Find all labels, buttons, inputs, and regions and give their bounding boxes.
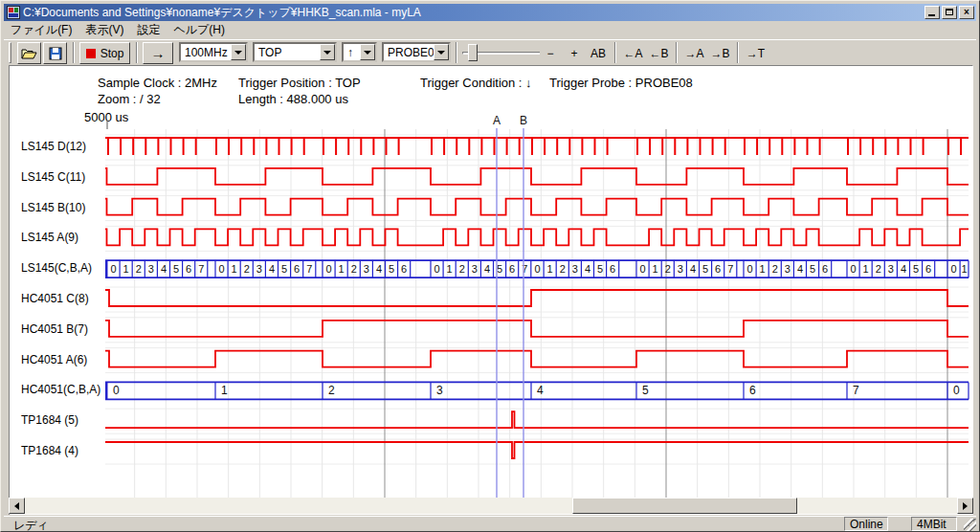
waveform-area[interactable]: 0123456701234567012345601234567012345601…	[10, 66, 972, 515]
bus-value: 3	[148, 263, 154, 275]
horizontal-scrollbar[interactable]	[9, 498, 973, 514]
slider-thumb[interactable]	[468, 44, 478, 61]
toolbar-separator	[73, 42, 75, 63]
toolbar: Stop → 100MHz TOP ↑ PROBE00 − + AB	[4, 39, 976, 66]
bus-value: 5	[702, 263, 708, 275]
bus-value: 7	[306, 263, 312, 275]
bus-value: 6	[925, 263, 931, 275]
ab-button[interactable]: AB	[586, 42, 611, 64]
status-bar: レディ Online 4MBit	[4, 516, 976, 531]
bus-value: 5	[810, 263, 815, 275]
combo-drop-button[interactable]	[320, 44, 335, 60]
arrow-right-icon	[963, 502, 968, 510]
chevron-down-icon	[234, 51, 242, 55]
stop-button[interactable]: Stop	[79, 42, 130, 64]
save-floppy-icon	[49, 47, 62, 60]
scroll-right-button[interactable]	[957, 498, 973, 514]
stop-icon	[86, 49, 96, 58]
trigger-position-select[interactable]: TOP	[253, 42, 337, 62]
bus-value: 1	[961, 263, 967, 275]
chevron-down-icon	[323, 51, 331, 55]
save-button[interactable]	[43, 42, 67, 64]
bus-value: 3	[785, 263, 791, 275]
toolbar-grip	[9, 42, 11, 63]
trigger-edge-select[interactable]: ↑	[342, 42, 377, 62]
bus-value: 1	[863, 263, 869, 275]
close-button[interactable]: ×	[959, 6, 974, 19]
bus-value: 1	[760, 263, 766, 275]
bus-value: 1	[232, 263, 237, 275]
bus-value: 1	[339, 263, 345, 275]
bus-value: 1	[447, 263, 453, 275]
goto-next-a-button[interactable]: →A	[681, 42, 707, 64]
bus-value: 0	[218, 263, 224, 275]
status-message: レディ	[8, 518, 55, 532]
bus-value: 0	[534, 263, 540, 275]
menu-settings[interactable]: 設定	[130, 20, 167, 40]
app-window: C:¥Documents and Settings¥noname¥デスクトップ¥…	[0, 0, 980, 532]
combo-drop-button[interactable]	[360, 44, 375, 60]
resize-grip[interactable]	[964, 519, 976, 531]
bus-value: 0	[434, 263, 439, 275]
goto-prev-a-button[interactable]: ←A	[620, 42, 646, 64]
bus-value: 4	[585, 263, 590, 275]
bus-value: 2	[876, 263, 881, 275]
bus-value: 3	[678, 263, 683, 275]
window-title: C:¥Documents and Settings¥noname¥デスクトップ¥…	[23, 5, 923, 21]
bus-value: 0	[110, 263, 116, 275]
bus-value: 0	[746, 263, 752, 275]
open-button[interactable]	[17, 42, 41, 64]
bus-value: 4	[269, 263, 275, 275]
maximize-button[interactable]	[942, 6, 957, 19]
toolbar-separator	[676, 42, 678, 63]
title-bar[interactable]: C:¥Documents and Settings¥noname¥デスクトップ¥…	[4, 4, 976, 21]
bus-value: 7	[727, 263, 733, 275]
run-button[interactable]: →	[143, 42, 173, 64]
menu-file[interactable]: ファイル(F)	[4, 20, 78, 40]
menu-view[interactable]: 表示(V)	[78, 20, 130, 40]
minimize-button[interactable]	[924, 6, 940, 19]
sample-clock-select[interactable]: 100MHz	[179, 42, 248, 62]
arrow-left-icon	[14, 502, 19, 510]
toolbar-separator	[614, 42, 616, 63]
chevron-down-icon	[437, 51, 445, 55]
bus-value: 3	[436, 384, 443, 397]
memory-status-badge: 4MBit	[911, 517, 957, 531]
bus-value: 4	[537, 384, 544, 397]
scrollbar-thumb[interactable]	[572, 498, 797, 514]
online-status-badge: Online	[844, 517, 888, 531]
bus-value: 6	[294, 263, 300, 275]
goto-next-b-button[interactable]: →B	[707, 42, 733, 64]
bus-value: 1	[653, 263, 658, 275]
probe-select[interactable]: PROBE00	[382, 42, 451, 62]
bus-value: 4	[901, 263, 906, 275]
menu-help[interactable]: ヘルプ(H)	[167, 20, 232, 40]
zoom-out-button[interactable]: −	[540, 42, 561, 64]
bus-value: 7	[522, 263, 527, 275]
bus-value: 6	[509, 263, 515, 275]
wave-ls145-a-9-	[105, 229, 969, 245]
wave-tp1684-4-	[105, 442, 969, 458]
goto-trigger-button[interactable]: →T	[743, 42, 768, 64]
waveform-view: Sample Clock : 2MHz Trigger Position : T…	[9, 65, 973, 515]
bus-value: 4	[484, 263, 490, 275]
zoom-in-button[interactable]: +	[564, 42, 585, 64]
bus-value: 3	[256, 263, 262, 275]
bus-value: 5	[497, 263, 502, 275]
bus-left-edge	[105, 382, 108, 399]
bus-value: 0	[639, 263, 645, 275]
bus-value: 5	[913, 263, 919, 275]
bus-value: 6	[715, 263, 721, 275]
bus-value: 2	[351, 263, 357, 275]
combo-drop-button[interactable]	[231, 44, 246, 60]
cursor-a-label: A	[493, 114, 501, 127]
combo-drop-button[interactable]	[434, 44, 449, 60]
bus-value: 2	[459, 263, 465, 275]
bus-value: 5	[642, 384, 649, 397]
app-icon	[7, 6, 20, 19]
scroll-left-button[interactable]	[9, 498, 25, 514]
bus-value: 2	[772, 263, 778, 275]
bus-value: 2	[328, 384, 335, 397]
goto-prev-b-button[interactable]: ←B	[646, 42, 672, 64]
wave-hc4051-b-7-	[105, 321, 969, 337]
